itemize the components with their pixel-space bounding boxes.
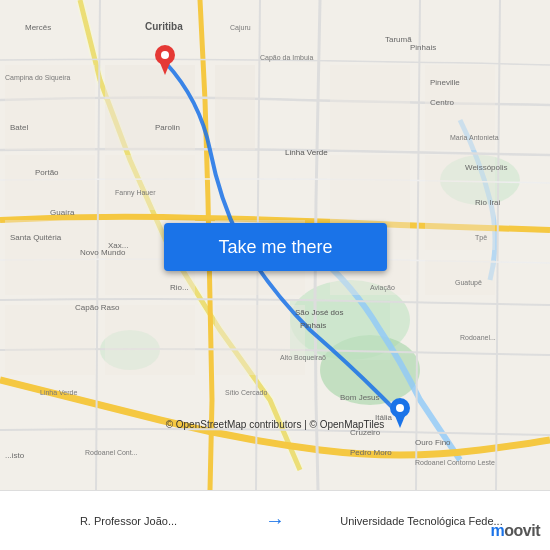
origin-label: R. Professor João... (80, 515, 177, 527)
svg-text:Bom Jesus: Bom Jesus (340, 393, 380, 402)
svg-point-70 (396, 404, 404, 412)
svg-rect-14 (5, 220, 95, 295)
svg-text:...isto: ...isto (5, 451, 25, 460)
svg-text:Linha Verde: Linha Verde (285, 148, 328, 157)
svg-rect-8 (105, 155, 195, 210)
svg-rect-21 (105, 305, 195, 375)
route-arrow-icon: → (257, 509, 293, 532)
map-container: Curitiba Mercês Campina do Siqueira Bate… (0, 0, 550, 490)
svg-text:Rodoanel...: Rodoanel... (460, 334, 496, 341)
svg-text:Tarumã: Tarumã (385, 35, 412, 44)
svg-text:Guatupê: Guatupê (455, 279, 482, 287)
svg-point-67 (161, 51, 169, 59)
svg-rect-13 (5, 155, 95, 210)
svg-text:Pinhais: Pinhais (410, 43, 436, 52)
svg-rect-22 (215, 305, 305, 375)
svg-rect-9 (330, 65, 410, 150)
svg-text:Weissópolis: Weissópolis (465, 163, 508, 172)
svg-text:Ouro Fino: Ouro Fino (415, 438, 451, 447)
svg-text:Capão Raso: Capão Raso (75, 303, 120, 312)
svg-text:Mercês: Mercês (25, 23, 51, 32)
svg-text:Rodoanel Contorno Leste: Rodoanel Contorno Leste (415, 459, 495, 466)
svg-text:Pinhais: Pinhais (300, 321, 326, 330)
svg-text:Pedro Moro: Pedro Moro (350, 448, 392, 457)
svg-text:Sítio Cercado: Sítio Cercado (225, 389, 268, 396)
svg-text:Rodoanel Cont...: Rodoanel Cont... (85, 449, 138, 456)
svg-text:Campina do Siqueira: Campina do Siqueira (5, 74, 70, 82)
svg-rect-7 (215, 65, 255, 150)
svg-text:Tpê: Tpê (475, 234, 487, 242)
destination-label: Universidade Tecnológica Fede... (340, 515, 502, 527)
svg-text:Xax...: Xax... (108, 241, 128, 250)
svg-text:Linha Verde: Linha Verde (40, 389, 77, 396)
svg-rect-20 (5, 305, 95, 375)
svg-text:Maria Antonieta: Maria Antonieta (450, 134, 499, 141)
svg-text:Parolin: Parolin (155, 123, 180, 132)
svg-text:Aviação: Aviação (370, 284, 395, 292)
svg-text:Alto Boqueiraõ: Alto Boqueiraõ (280, 354, 326, 362)
svg-text:Fanny Hauer: Fanny Hauer (115, 189, 156, 197)
svg-text:Cruzeiro: Cruzeiro (350, 428, 381, 437)
svg-text:Itália: Itália (375, 413, 392, 422)
svg-text:Santa Quitéria: Santa Quitéria (10, 233, 62, 242)
svg-text:Capão da Imbuia: Capão da Imbuia (260, 54, 313, 62)
svg-text:Rio Irai: Rio Irai (475, 198, 501, 207)
moovit-logo: moovit (491, 522, 540, 540)
svg-text:Batel: Batel (10, 123, 28, 132)
svg-text:Portão: Portão (35, 168, 59, 177)
svg-text:São José dos: São José dos (295, 308, 343, 317)
svg-text:Centro: Centro (430, 98, 455, 107)
svg-text:Pineville: Pineville (430, 78, 460, 87)
origin-item[interactable]: R. Professor João... (0, 491, 257, 550)
svg-text:Cajuru: Cajuru (230, 24, 251, 32)
svg-text:Guaíra: Guaíra (50, 208, 75, 217)
take-me-there-button[interactable]: Take me there (164, 223, 387, 271)
svg-rect-6 (105, 65, 195, 150)
svg-text:Rio...: Rio... (170, 283, 189, 292)
bottom-bar: R. Professor João... → Universidade Tecn… (0, 490, 550, 550)
destination-item[interactable]: Universidade Tecnológica Fede... (293, 491, 550, 550)
svg-rect-19 (425, 260, 495, 295)
svg-text:Curitiba: Curitiba (145, 21, 183, 32)
